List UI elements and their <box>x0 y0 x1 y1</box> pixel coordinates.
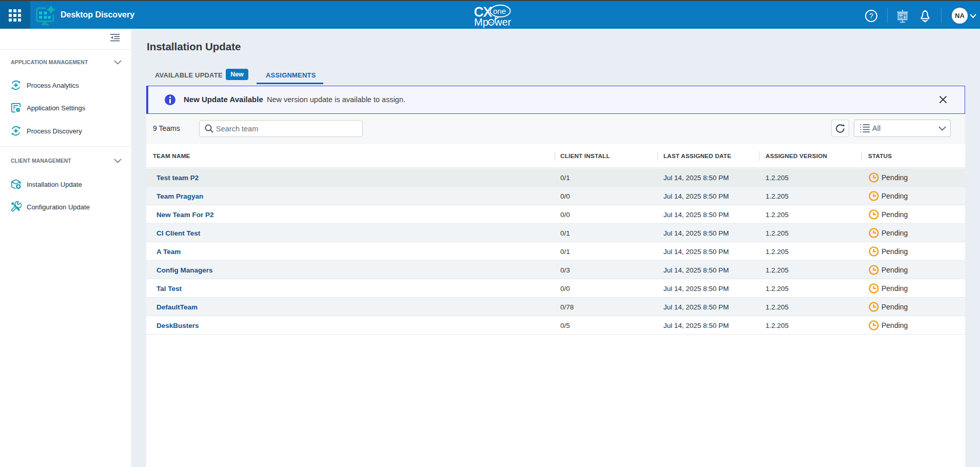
svg-text:?: ? <box>869 12 873 20</box>
svg-text:Mp: Mp <box>474 16 488 28</box>
svg-text:wer: wer <box>494 16 512 28</box>
svg-text:one: one <box>493 7 506 15</box>
